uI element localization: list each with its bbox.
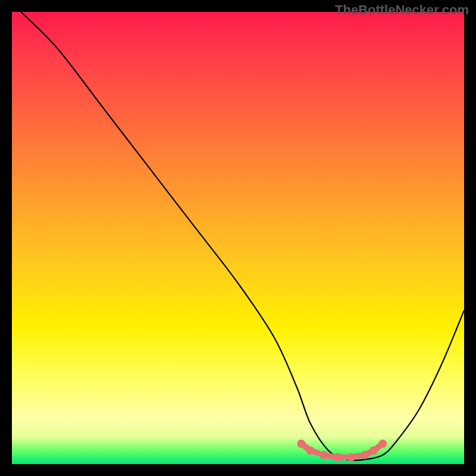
plot-area — [12, 12, 464, 464]
watermark-text: TheBottleNecker.com — [335, 2, 469, 18]
gradient-background — [12, 12, 464, 464]
